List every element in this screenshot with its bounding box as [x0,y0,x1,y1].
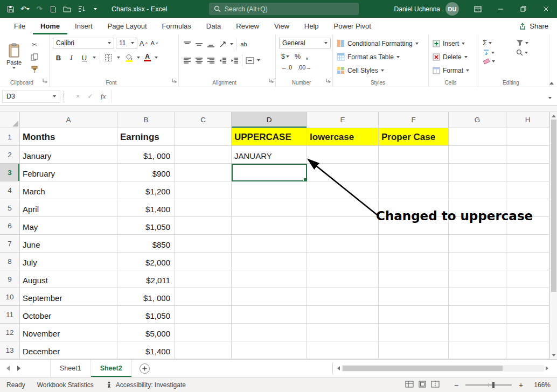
cell-C2[interactable] [175,146,232,164]
accessibility-status-button[interactable]: Accessibility: Investigate [106,381,186,389]
row-header-1[interactable]: 1 [0,128,20,146]
underline-button[interactable]: U [80,53,89,63]
cell-D2[interactable]: JANUARY [232,146,307,164]
cell-E6[interactable] [307,217,379,235]
copy-button[interactable] [29,52,40,62]
cell-styles-button[interactable]: Cell Styles [335,64,426,77]
ribbon-display-options-button[interactable] [467,0,489,18]
row-header-4[interactable]: 4 [0,181,20,199]
zoom-in-button[interactable]: + [517,381,525,389]
cell-E12[interactable] [307,324,379,341]
cell-B6[interactable]: $1,050 [117,217,175,235]
find-select-button[interactable] [516,49,547,56]
cell-H11[interactable] [506,306,549,324]
cell-A4[interactable]: March [20,181,117,199]
cell-E9[interactable] [307,270,379,288]
increase-decimal-button[interactable]: ←.0 [281,64,292,71]
normal-view-button[interactable] [405,381,414,389]
previous-sheet-icon[interactable] [6,366,10,371]
cell-H3[interactable] [506,164,549,181]
orientation-button[interactable] [218,39,227,50]
cell-D3[interactable] [232,164,307,181]
column-header-E[interactable]: E [307,112,379,128]
cell-E5[interactable] [307,199,379,217]
cell-A12[interactable]: November [20,324,117,341]
cell-B3[interactable]: $900 [117,164,175,181]
sheet-tab-sheet2[interactable]: Sheet2 [91,360,132,377]
maximize-restore-button[interactable] [512,0,534,18]
tab-insert[interactable]: Insert [67,18,100,34]
cell-F2[interactable] [379,146,449,164]
cell-A6[interactable]: May [20,217,117,235]
cell-F10[interactable] [379,288,449,306]
font-dialog-launcher[interactable] [172,75,177,85]
cell-G11[interactable] [449,306,506,324]
cell-D10[interactable] [232,288,307,306]
row-header-7[interactable]: 7 [0,235,20,253]
conditional-formatting-button[interactable]: Conditional Formatting [335,37,426,50]
cell-D11[interactable] [232,306,307,324]
cell-C7[interactable] [175,235,232,253]
cell-C12[interactable] [175,324,232,341]
column-header-B[interactable]: B [117,112,175,128]
close-button[interactable] [534,0,557,18]
cell-E7[interactable] [307,235,379,253]
row-header-6[interactable]: 6 [0,217,20,235]
cell-H10[interactable] [506,288,549,306]
row-header-12[interactable]: 12 [0,324,20,341]
cell-A11[interactable]: October [20,306,117,324]
cell-B12[interactable]: $5,000 [117,324,175,341]
sort-filter-button[interactable] [516,39,547,47]
tab-home[interactable]: Home [33,18,67,34]
number-format-select[interactable]: General [279,38,331,48]
insert-function-button[interactable]: fx [101,92,106,101]
cell-G1[interactable] [449,128,506,146]
cell-C9[interactable] [175,270,232,288]
autosum-button[interactable]: Σ [483,39,516,47]
cell-D13[interactable] [232,341,307,359]
cancel-button[interactable]: × [76,93,80,100]
cell-A1[interactable]: Months [20,128,117,146]
cell-B1[interactable]: Earnings [117,128,175,146]
tab-formulas[interactable]: Formulas [155,18,199,34]
bold-button[interactable]: B [54,53,63,63]
cell-G4[interactable] [449,181,506,199]
row-header-11[interactable]: 11 [0,306,20,324]
cell-G3[interactable] [449,164,506,181]
zoom-slider[interactable] [465,384,512,386]
zoom-out-button[interactable]: − [452,381,460,389]
cell-B9[interactable]: $2,011 [117,270,175,288]
cell-B13[interactable]: $1,400 [117,341,175,359]
tab-review[interactable]: Review [228,18,267,34]
name-box[interactable]: D3 [2,90,60,103]
cell-D1[interactable]: UPPERCASE [232,128,307,146]
cell-E13[interactable] [307,341,379,359]
cell-F4[interactable] [379,181,449,199]
tab-view[interactable]: View [267,18,297,34]
cell-C5[interactable] [175,199,232,217]
new-file-button[interactable] [49,3,58,15]
cell-C13[interactable] [175,341,232,359]
row-header-2[interactable]: 2 [0,146,20,164]
cell-H9[interactable] [506,270,549,288]
cell-D7[interactable] [232,235,307,253]
column-header-H[interactable]: H [506,112,549,128]
percent-style-button[interactable]: % [295,53,301,60]
tab-page-layout[interactable]: Page Layout [100,18,155,34]
cell-E10[interactable] [307,288,379,306]
borders-button[interactable] [104,53,113,63]
cell-B10[interactable]: $1, 000 [117,288,175,306]
fill-button[interactable] [483,49,516,56]
collapse-ribbon-icon[interactable] [549,82,554,85]
font-name-select[interactable]: Calibri [53,38,114,48]
sort-button[interactable] [77,3,86,15]
search-box[interactable]: Search (Alt+Q) [209,3,359,15]
comma-style-button[interactable]: , [306,53,308,60]
column-header-G[interactable]: G [449,112,506,128]
tab-scroll-divider[interactable] [332,363,333,374]
cell-C8[interactable] [175,253,232,270]
cell-F1[interactable]: Proper Case [379,128,449,146]
align-bottom-button[interactable] [206,39,215,50]
delete-cells-button[interactable]: Delete [431,50,476,64]
cell-B4[interactable]: $1,200 [117,181,175,199]
